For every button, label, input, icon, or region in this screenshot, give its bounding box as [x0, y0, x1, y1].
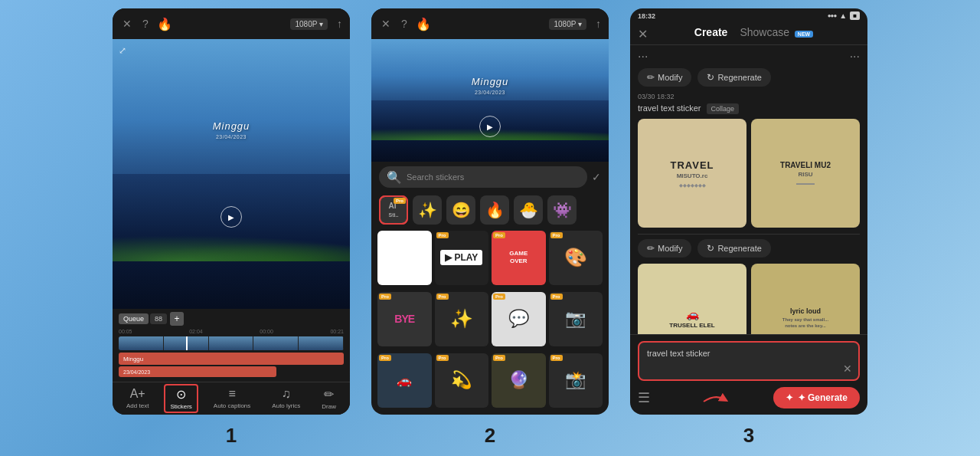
help-icon-1[interactable]: ? — [139, 17, 152, 31]
sticker-photo[interactable]: 📷 Pro — [549, 292, 603, 346]
help-icon-2[interactable]: ? — [397, 17, 411, 31]
pro-badge-bye: Pro — [379, 294, 391, 300]
auto-lyrics-icon: ♫ — [282, 387, 291, 401]
draw-icon: ✏ — [324, 387, 334, 402]
cat-ai-gen[interactable]: ✨ — [413, 195, 442, 225]
regenerate-btn-2[interactable]: ↻ Regenerate — [697, 239, 771, 258]
tool-auto-lyrics[interactable]: ♫ Auto lyrics — [272, 387, 300, 410]
car-icon: 🚗 — [686, 308, 699, 320]
bye-text: BYE — [394, 313, 414, 325]
prompt-label: travel text sticker Collage — [638, 103, 860, 113]
resolution-badge-1[interactable]: 1080P ▾ — [290, 18, 328, 30]
result-card-2[interactable]: TRAVELI MU2 RISU ▬▬▬▬ — [751, 119, 860, 228]
pro-badge-gameover: Pro — [493, 232, 505, 238]
regenerate-label-1: Regenerate — [717, 73, 762, 82]
create-content: ··· ··· ✏ Modify ↻ Regenerate 03/30 18:3… — [630, 45, 867, 334]
sticker-white[interactable] — [377, 231, 432, 285]
timestamp: 03/30 18:32 — [638, 93, 860, 100]
close-icon-2[interactable]: ✕ — [379, 17, 393, 31]
pro-badge-extra4: Pro — [550, 355, 563, 361]
sticker-extra2[interactable]: 💫 Pro — [435, 353, 489, 408]
sticker-paint[interactable]: 🎨 Pro — [549, 231, 603, 285]
close-icon-1[interactable]: ✕ — [120, 17, 134, 31]
generate-button[interactable]: ✦ ✦ Generate — [773, 387, 860, 408]
modify-btn-1[interactable]: ✏ Modify — [638, 68, 691, 87]
extra1-icon: 🚗 — [397, 373, 412, 388]
action-row-1: ✏ Modify ↻ Regenerate — [638, 68, 860, 87]
stickers-highlight-box — [164, 384, 198, 413]
regenerate-icon-1: ↻ — [707, 72, 714, 83]
ai-icon: AISti.. — [389, 202, 399, 218]
tool-stickers[interactable]: ⊙ Stickers — [170, 387, 191, 410]
phone-frame-1: ✕ ? 🔥 1080P ▾ ↑ Minggu 23/04/2023 ⤢ ▶ — [113, 8, 350, 415]
cat-more[interactable]: 👾 — [547, 195, 577, 225]
expand-icon-1[interactable]: ⤢ — [119, 45, 126, 56]
game-over-text: GAMEOVER — [509, 250, 528, 266]
tool-add-text[interactable]: A+ Add text — [126, 387, 149, 410]
flame-icon-2: 🔥 — [416, 17, 431, 31]
sticker-bubble[interactable]: 💬 Pro — [492, 292, 546, 346]
pro-badge-extra2: Pro — [436, 355, 449, 361]
timeline-cursor — [186, 336, 188, 350]
tool-draw[interactable]: ✏ Draw — [322, 387, 336, 410]
paint-icon-sticker: 🎨 — [564, 247, 587, 268]
flame-icon-1: 🔥 — [157, 17, 172, 31]
star-icon-sticker: ✨ — [450, 308, 473, 330]
extra3-icon: 🔮 — [508, 370, 529, 390]
upload-icon-2[interactable]: ↑ — [596, 18, 601, 30]
photo-icon-sticker: 📷 — [565, 309, 586, 329]
tool-auto-captions[interactable]: ≡ Auto captions — [214, 387, 250, 410]
cat-emoji[interactable]: 😄 — [446, 195, 475, 225]
play-button-2[interactable]: ▶ — [479, 116, 501, 137]
sticker-extra4[interactable]: 📸 Pro — [549, 353, 603, 408]
upload-icon-1[interactable]: ↑ — [337, 18, 342, 30]
modify-btn-2[interactable]: ✏ Modify — [638, 239, 691, 258]
result-4-subtitle: They say that small...notes are the key.… — [782, 317, 828, 330]
pro-badge-ai: Pro — [394, 198, 406, 204]
tab-showcase[interactable]: Showcase NEW — [740, 26, 813, 41]
section-header-1: ··· ··· — [638, 50, 860, 64]
cat-cute[interactable]: 🐣 — [514, 195, 543, 225]
tab-number[interactable]: 88 — [150, 313, 167, 324]
dots-menu-2[interactable]: ··· — [850, 50, 860, 64]
showcase-new-badge: NEW — [795, 31, 813, 38]
video-preview-2: Minggu 23/04/2023 ▶ — [371, 39, 609, 162]
sticker-extra3[interactable]: 🔮 Pro — [492, 353, 546, 408]
play-text: ▶ PLAY — [440, 250, 482, 265]
result-card-4[interactable]: lyric loud They say that small...notes a… — [751, 264, 860, 334]
regenerate-btn-1[interactable]: ↻ Regenerate — [697, 68, 771, 87]
pro-badge-bubble: Pro — [493, 294, 505, 300]
result-2-title: TRAVELI MU2 — [780, 161, 831, 169]
track-label-minggu[interactable]: Minggu — [119, 353, 344, 365]
tag-badge: Collage — [707, 103, 740, 114]
input-box-3[interactable]: travel text sticker ✕ — [638, 341, 860, 381]
add-track-button[interactable]: + — [170, 312, 184, 326]
pro-badge-paint: Pro — [550, 232, 563, 238]
dots-menu-1[interactable]: ··· — [638, 50, 648, 64]
resolution-badge-2[interactable]: 1080P ▾ — [549, 18, 586, 30]
sticker-extra1[interactable]: 🚗 Pro — [377, 353, 432, 408]
tab-queue[interactable]: Queue — [119, 313, 149, 324]
clear-input-icon[interactable]: ✕ — [843, 363, 852, 375]
sticker-star[interactable]: ✨ Pro — [435, 292, 489, 346]
tab-create[interactable]: Create — [694, 26, 728, 41]
close-btn-create[interactable]: ✕ — [638, 27, 648, 41]
result-card-3[interactable]: 🚗 TRUSELL ELEL — [638, 264, 746, 334]
result-card-1[interactable]: TRAVEL MISUTO.rc ◆◆◆◆◆◆◆ — [638, 119, 746, 228]
search-input-bar[interactable]: 🔍 Search stickers — [379, 166, 587, 188]
sticker-game-over[interactable]: GAMEOVER Pro — [492, 231, 546, 285]
pro-badge-extra1: Pro — [379, 355, 391, 361]
sticker-bye[interactable]: BYE Pro — [377, 292, 432, 346]
add-text-label: Add text — [126, 402, 149, 409]
cat-fire[interactable]: 🔥 — [480, 195, 509, 225]
sticker-play[interactable]: ▶ PLAY Pro — [435, 231, 489, 285]
sticker-grid: ▶ PLAY Pro GAMEOVER Pro 🎨 Pro BYE Pro — [371, 228, 609, 415]
ai-gen-icon: ✨ — [418, 201, 437, 219]
sticker-search-bar: 🔍 Search stickers ✓ — [371, 162, 609, 192]
list-options-icon[interactable]: ☰ — [638, 389, 650, 406]
play-button-1[interactable]: ▶ — [220, 206, 242, 228]
confirm-icon[interactable]: ✓ — [592, 171, 601, 183]
cat-ai-sticker[interactable]: AISti.. Pro — [379, 195, 408, 225]
modify-label-2: Modify — [658, 244, 682, 253]
generate-sparkle-icon: ✦ — [786, 392, 793, 403]
